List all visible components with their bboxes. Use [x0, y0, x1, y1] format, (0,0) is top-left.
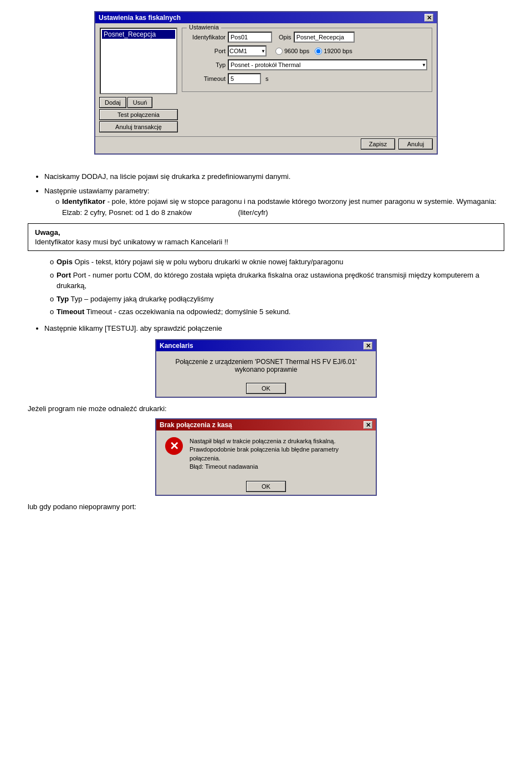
- port-row: Port COM1 COM2 COM3 ▼ 9600 bps: [187, 45, 427, 57]
- error-body: ✕ Nastąpił błąd w trakcie połączenia z d…: [156, 430, 376, 478]
- typ-bold: Typ: [57, 295, 69, 303]
- left-panel: Posnet_Recepcja Dodaj Usuń Test połączen…: [100, 28, 177, 132]
- kancelaris-dialog: Kancelaris ✕ Połączenie z urządzeniem 'P…: [155, 339, 377, 398]
- kancelaris-close-btn[interactable]: ✕: [364, 342, 372, 350]
- more-sub-list: Opis Opis - tekst, który pojawi się w po…: [28, 257, 504, 317]
- kancelaris-message: Połączenie z urządzeniem 'POSNET Thermal…: [176, 358, 357, 373]
- settings-group: Ustawienia Identyfikator Opis Port COM1 …: [182, 28, 432, 92]
- opis-input[interactable]: [294, 32, 355, 43]
- list-item-selected[interactable]: Posnet_Recepcja: [102, 30, 175, 39]
- identifier-row: Identyfikator Opis: [187, 32, 427, 43]
- port-bold: Port: [57, 271, 71, 279]
- error-line: Błąd: Timeout nadawania: [190, 463, 367, 471]
- right-panel: Ustawienia Identyfikator Opis Port COM1 …: [182, 28, 432, 132]
- test-connection-button[interactable]: Test połączenia: [100, 110, 177, 120]
- notice-box: Uwaga, Identyfikator kasy musi być unika…: [28, 223, 504, 251]
- sub-typ: Typ Typ – podajemy jaką drukarkę podłącz…: [50, 294, 504, 305]
- main-dialog-title-text: Ustawienia kas fiskalnych: [99, 14, 181, 22]
- main-dialog-body: Posnet_Recepcja Dodaj Usuń Test połączen…: [95, 23, 437, 136]
- bullet-list-2: Następnie klikamy [TESTUJ]. aby sprawdzi…: [28, 323, 504, 334]
- timeout-bold: Timeout: [57, 307, 84, 316]
- sub3-text: Port - numer portu COM, do którego zosta…: [57, 271, 479, 290]
- notice-title: Uwaga,: [35, 228, 497, 237]
- sub-opis: Opis Opis - tekst, który pojawi się w po…: [50, 257, 504, 268]
- cancel-button[interactable]: Anuluj: [399, 139, 432, 149]
- not-found-text: Jeżeli program nie może odnaleźć drukark…: [28, 404, 504, 413]
- error-ok-button[interactable]: OK: [247, 481, 285, 491]
- delete-button[interactable]: Usuń: [128, 98, 152, 107]
- kancelaris-title-bar: Kancelaris ✕: [156, 340, 376, 351]
- typ-select-wrapper: Posnet - protokół Thermal ▼: [228, 59, 427, 70]
- timeout-unit: s: [265, 75, 269, 82]
- port-label: Port: [187, 48, 226, 54]
- add-delete-row: Dodaj Usuń: [100, 98, 177, 107]
- identifier-label: Identyfikator: [187, 34, 226, 40]
- port-select[interactable]: COM1 COM2 COM3: [228, 45, 267, 57]
- timeout-label: Timeout: [187, 75, 226, 82]
- bullet-item-2: Następnie ustawiamy parametry: Identyfik…: [44, 186, 504, 218]
- notice-text: Identyfikator kasy musi być unikatowy w …: [35, 238, 497, 246]
- opis-label: Opis: [279, 34, 291, 40]
- dialog-footer: Zapisz Anuluj: [95, 136, 437, 153]
- kancelaris-ok-button[interactable]: OK: [247, 383, 285, 393]
- typ-select[interactable]: Posnet - protokół Thermal: [228, 59, 427, 70]
- error-title-text: Brak połączenia z kasą: [160, 421, 232, 429]
- error-dialog: Brak połączenia z kasą ✕ ✕ Nastąpił błąd…: [155, 418, 377, 496]
- error-close-btn[interactable]: ✕: [364, 421, 372, 429]
- identifier-input[interactable]: [228, 32, 272, 43]
- bps19200-label: 19200 bps: [324, 48, 352, 54]
- sub-timeout: Timeout Timeout - czas oczekiwania na od…: [50, 306, 504, 317]
- port-select-wrapper: COM1 COM2 COM3 ▼: [228, 45, 267, 57]
- error-title-bar: Brak połączenia z kasą ✕: [156, 419, 376, 430]
- bps9600-radio-label[interactable]: 9600 bps: [275, 48, 309, 55]
- bps19200-radio[interactable]: [315, 48, 322, 55]
- identyfikator-bold: Identyfikator: [62, 197, 105, 206]
- main-dialog: Ustawienia kas fiskalnych ✕ Posnet_Recep…: [94, 11, 438, 155]
- sub5-text: Timeout - czas oczekiwania na odpowiedź;…: [86, 307, 291, 316]
- sub-list: Identyfikator - pole, które pojawi się w…: [44, 196, 504, 218]
- cancel-transaction-button[interactable]: Anuluj transakcję: [100, 122, 177, 132]
- bps9600-label: 9600 bps: [284, 48, 309, 54]
- save-button[interactable]: Zapisz: [361, 139, 395, 149]
- main-bullet-list: Naciskamy DODAJ, na liście pojawi się dr…: [28, 171, 504, 218]
- opis-bold: Opis: [57, 258, 73, 266]
- bullet2-title: Następnie ustawiamy parametry:: [44, 187, 149, 195]
- sub-item-identyfikator: Identyfikator - pole, które pojawi się w…: [55, 196, 504, 218]
- bullet-item-3: Następnie klikamy [TESTUJ]. aby sprawdzi…: [44, 323, 504, 334]
- bullet-item-1: Naciskamy DODAJ, na liście pojawi się dr…: [44, 171, 504, 182]
- sub-port: Port Port - numer portu COM, do którego …: [50, 270, 504, 291]
- error-message: Nastąpił błąd w trakcie połączenia z dru…: [190, 437, 367, 463]
- error-icon: ✕: [165, 437, 183, 455]
- sub1-extra: (liter/cyfr): [194, 208, 268, 217]
- typ-row: Typ Posnet - protokół Thermal ▼: [187, 59, 427, 70]
- sub1-text: - pole, które pojawi się w stopce parago…: [62, 197, 497, 217]
- kancelaris-footer: OK: [156, 380, 376, 397]
- group-legend: Ustawienia: [187, 24, 221, 30]
- bps-radio-group: 9600 bps 19200 bps: [275, 48, 352, 55]
- content-section: Naciskamy DODAJ, na liście pojawi się dr…: [28, 171, 504, 511]
- kancelaris-title-text: Kancelaris: [160, 342, 193, 350]
- timeout-row: Timeout s: [187, 73, 427, 84]
- sub4-text: Typ – podajemy jaką drukarkę podłączyliś…: [71, 295, 214, 303]
- typ-label: Typ: [187, 61, 226, 68]
- add-button[interactable]: Dodaj: [100, 98, 126, 107]
- main-dialog-close-btn[interactable]: ✕: [424, 14, 433, 22]
- footer-text: lub gdy podano niepoprawny port:: [28, 503, 504, 511]
- sub2-text: Opis - tekst, który pojawi się w polu wy…: [75, 258, 344, 266]
- timeout-input[interactable]: [228, 73, 261, 84]
- main-dialog-title-bar: Ustawienia kas fiskalnych ✕: [95, 12, 437, 23]
- error-footer: OK: [156, 478, 376, 495]
- bullet3-text: Następnie klikamy [TESTUJ]. aby sprawdzi…: [44, 324, 222, 332]
- bps19200-radio-label[interactable]: 19200 bps: [315, 48, 352, 55]
- error-text-block: Nastąpił błąd w trakcie połączenia z dru…: [190, 437, 367, 471]
- printer-list[interactable]: Posnet_Recepcja: [100, 28, 177, 94]
- bps9600-radio[interactable]: [275, 48, 283, 55]
- kancelaris-body: Połączenie z urządzeniem 'POSNET Thermal…: [156, 351, 376, 380]
